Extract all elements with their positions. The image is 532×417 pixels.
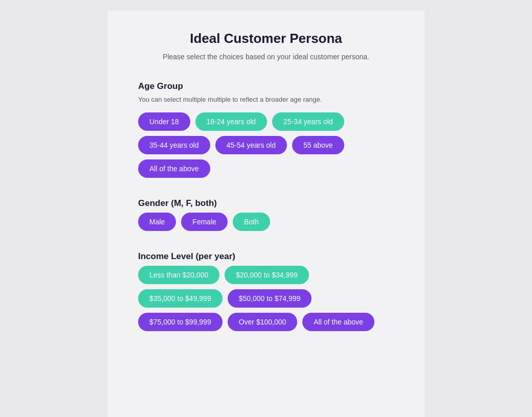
main-container: Ideal Customer Persona Please select the… bbox=[107, 10, 425, 417]
income-50k-74k-btn[interactable]: $50,000 to $74,999 bbox=[228, 289, 312, 308]
gender-section: Gender (M, F, both) Male Female Both bbox=[138, 198, 394, 231]
age-all-above-btn[interactable]: All of the above bbox=[138, 159, 210, 178]
age-18-24-btn[interactable]: 18-24 years old bbox=[195, 112, 268, 131]
age-45-54-btn[interactable]: 45-54 years old bbox=[215, 136, 287, 154]
age-25-34-btn[interactable]: 25-34 years old bbox=[272, 112, 344, 131]
age-35-44-btn[interactable]: 35-44 years old bbox=[138, 136, 210, 154]
income-title: Income Level (per year) bbox=[138, 251, 394, 262]
page-subtitle: Please select the choices based on your … bbox=[138, 53, 394, 61]
income-over-100k-btn[interactable]: Over $100,000 bbox=[228, 313, 298, 331]
gender-female-btn[interactable]: Female bbox=[181, 213, 228, 231]
income-75k-99k-btn[interactable]: $75,000 to $99,999 bbox=[138, 313, 223, 331]
age-group-description: You can select multiple multiple to refl… bbox=[138, 96, 394, 103]
income-35k-49k-btn[interactable]: $35,000 to $49,999 bbox=[138, 289, 223, 308]
gender-both-btn[interactable]: Both bbox=[233, 213, 270, 231]
income-section: Income Level (per year) Less than $20,00… bbox=[138, 251, 394, 331]
income-20k-34k-btn[interactable]: $20,000 to $34,999 bbox=[225, 266, 309, 284]
gender-title: Gender (M, F, both) bbox=[138, 198, 394, 208]
income-options: Less than $20,000 $20,000 to $34,999 $35… bbox=[138, 266, 394, 331]
gender-options: Male Female Both bbox=[138, 213, 394, 231]
income-less-20k-btn[interactable]: Less than $20,000 bbox=[138, 266, 219, 284]
income-all-above-btn[interactable]: All of the above bbox=[302, 313, 374, 331]
gender-male-btn[interactable]: Male bbox=[138, 213, 176, 231]
age-under18-btn[interactable]: Under 18 bbox=[138, 112, 190, 131]
age-group-options: Under 18 18-24 years old 25-34 years old… bbox=[138, 112, 394, 178]
age-group-section: Age Group You can select multiple multip… bbox=[138, 81, 394, 178]
page-title: Ideal Customer Persona bbox=[138, 31, 394, 47]
age-55-above-btn[interactable]: 55 above bbox=[292, 136, 344, 154]
age-group-title: Age Group bbox=[138, 81, 394, 91]
